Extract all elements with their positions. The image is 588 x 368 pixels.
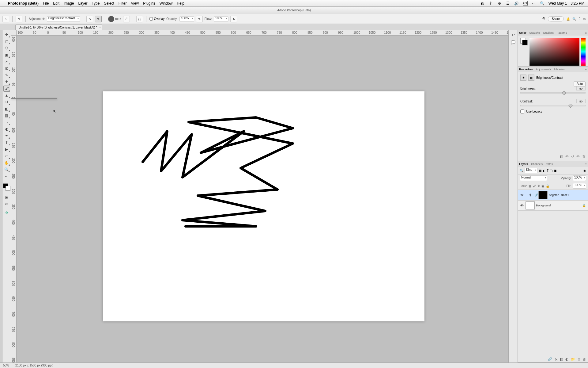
document-tab[interactable]: Untitled-1 @ 50% (Brightness/Contrast 1,…	[15, 25, 102, 30]
path-select-tool[interactable]: ▶	[3, 146, 10, 152]
type-tool[interactable]: T	[3, 140, 10, 146]
panel-menu-icon[interactable]: ≡	[585, 68, 587, 71]
lock-pixels-icon[interactable]: 🖌	[533, 184, 536, 188]
brush-preset[interactable]: 100 ▾	[108, 16, 121, 22]
stamp-tool[interactable]: ▲	[3, 92, 10, 98]
tab-patterns[interactable]: Patterns	[557, 31, 567, 34]
menu-edit[interactable]: Edit	[53, 1, 59, 6]
workspace-switcher-icon[interactable]: ▭	[583, 17, 586, 21]
pen-tool[interactable]: ✒	[3, 133, 10, 139]
brush-settings-icon[interactable]: ☄	[123, 16, 130, 22]
wifi-icon[interactable]: ☰	[506, 1, 511, 6]
app-name[interactable]: Photoshop (Beta)	[8, 1, 39, 6]
lock-position-icon[interactable]: ✥	[537, 184, 540, 188]
color-fg-bg[interactable]	[520, 38, 528, 45]
visibility-toggle[interactable]: 👁	[518, 193, 526, 197]
contrast-slider[interactable]	[520, 105, 586, 106]
history-panel-icon[interactable]: ↩	[510, 32, 516, 38]
lock-artboard-icon[interactable]: ▣	[541, 184, 544, 188]
share-button[interactable]: Share	[548, 16, 564, 21]
bluetooth-icon[interactable]: ᛒ	[488, 1, 493, 6]
brightness-slider[interactable]	[520, 92, 586, 94]
filter-smart-icon[interactable]: ▣	[554, 169, 556, 172]
tab-paths[interactable]: Paths	[546, 163, 553, 166]
frame-tool[interactable]: ⊠	[3, 65, 10, 71]
eraser-tool[interactable]: ◧	[3, 106, 10, 112]
object-select-tool[interactable]: ▣	[3, 52, 10, 58]
filter-type-icon[interactable]: T	[547, 169, 548, 172]
canvas[interactable]	[103, 91, 424, 321]
extra-tool-icon[interactable]: ⬗	[3, 209, 10, 216]
tab-adjustments[interactable]: Adjustments	[536, 68, 551, 71]
tab-channels[interactable]: Channels	[531, 163, 543, 166]
comments-panel-icon[interactable]: 💬	[510, 39, 516, 45]
filter-toggle[interactable]: ◉	[583, 169, 586, 172]
tab-gradients[interactable]: Gradient	[543, 31, 554, 34]
layer-name[interactable]: Brightne...trast 1	[549, 194, 588, 197]
layer-thumb[interactable]	[526, 201, 535, 209]
add-mode-icon[interactable]: ✎	[86, 16, 93, 22]
menu-filter[interactable]: Filter	[119, 1, 127, 6]
layer-row[interactable]: 👁 Background 🔒	[518, 200, 588, 211]
filter-pixel-icon[interactable]: ▦	[539, 169, 541, 172]
tab-layers[interactable]: Layers	[519, 163, 528, 166]
menu-help[interactable]: Help	[177, 1, 184, 6]
fill-select[interactable]: 100%	[573, 183, 586, 189]
tab-swatches[interactable]: Swatche	[530, 31, 540, 34]
menu-file[interactable]: File	[43, 1, 49, 6]
search-icon[interactable]: 🔍	[572, 17, 576, 21]
screen-mode-icon[interactable]: ▭	[3, 201, 10, 207]
opacity-select[interactable]: 100%	[179, 16, 194, 22]
menubar-date[interactable]: Wed May 1	[548, 1, 567, 6]
fx-icon[interactable]: fx	[555, 358, 557, 361]
layer-row[interactable]: 👁 ☀ 🔗 Brightne...trast 1	[518, 190, 588, 200]
eyedropper-tool[interactable]: ✎	[3, 72, 10, 78]
lock-transparent-icon[interactable]: ▦	[529, 184, 531, 188]
tab-color[interactable]: Color	[519, 31, 526, 34]
group-icon[interactable]: 📁	[571, 357, 575, 361]
filter-kind-select[interactable]: Kind	[525, 168, 537, 173]
sample-icon[interactable]: ⬚	[136, 16, 143, 22]
menu-layer[interactable]: Layer	[78, 1, 87, 6]
ruler-vertical[interactable]: -200-150-100-500501001502002503003504004…	[11, 36, 17, 362]
ruler-horizontal[interactable]: -100-50050100150200250300350400450500550…	[17, 30, 508, 36]
foreground-background-colors[interactable]	[3, 183, 10, 191]
menu-select[interactable]: Select	[104, 1, 114, 6]
gradient-tool[interactable]: ▦	[3, 113, 10, 119]
healing-tool[interactable]: ✚	[3, 79, 10, 85]
blur-tool[interactable]: ○	[3, 119, 10, 125]
color-field[interactable]	[530, 38, 579, 66]
crop-tool[interactable]: ✂	[3, 59, 10, 65]
lock-all-icon[interactable]: 🔒	[546, 184, 549, 188]
blend-mode-select[interactable]: Normal	[520, 175, 547, 181]
link-icon[interactable]: 🔗	[535, 194, 538, 197]
layer-name[interactable]: Background	[536, 204, 582, 207]
current-tool-icon[interactable]: ✎	[16, 16, 22, 22]
color-bg[interactable]	[522, 40, 528, 45]
marquee-tool[interactable]: ◻	[3, 38, 10, 44]
menubar-time[interactable]: 3:25 PM	[571, 1, 584, 6]
layer-opacity-select[interactable]: 100%	[573, 175, 586, 181]
menu-plugins[interactable]: Plugins	[143, 1, 155, 6]
flow-select[interactable]: 100%	[214, 16, 228, 22]
mask-add-icon[interactable]: ◧	[560, 357, 563, 361]
new-layer-icon[interactable]: ⊞	[578, 357, 580, 361]
history-brush-tool[interactable]: ↺	[3, 99, 10, 105]
use-legacy-checkbox[interactable]: Use Legacy	[520, 109, 586, 113]
keyboard-indicator[interactable]: US	[523, 1, 528, 6]
menu-view[interactable]: View	[131, 1, 139, 6]
brightness-value[interactable]: 50	[576, 86, 586, 90]
overlay-checkbox[interactable]: Overlay	[149, 17, 164, 21]
visibility-icon[interactable]: 👁	[576, 155, 580, 159]
contrast-value[interactable]: 50	[576, 99, 586, 103]
help-icon[interactable]: ?	[579, 17, 580, 21]
screen-mirror-icon[interactable]: ⊙	[497, 1, 502, 6]
volume-icon[interactable]: 🔊	[514, 1, 519, 6]
adjustment-select[interactable]: Brightness/Contrast	[47, 16, 80, 22]
notifications-icon[interactable]: 🔔	[566, 17, 570, 21]
delete-layer-icon[interactable]: 🗑	[583, 358, 586, 361]
clip-icon[interactable]: ◧	[560, 155, 563, 159]
beaker-icon[interactable]: ⚗	[542, 17, 545, 21]
dodge-tool[interactable]: ◐	[3, 126, 10, 132]
zoom-level[interactable]: 50%	[3, 364, 9, 367]
